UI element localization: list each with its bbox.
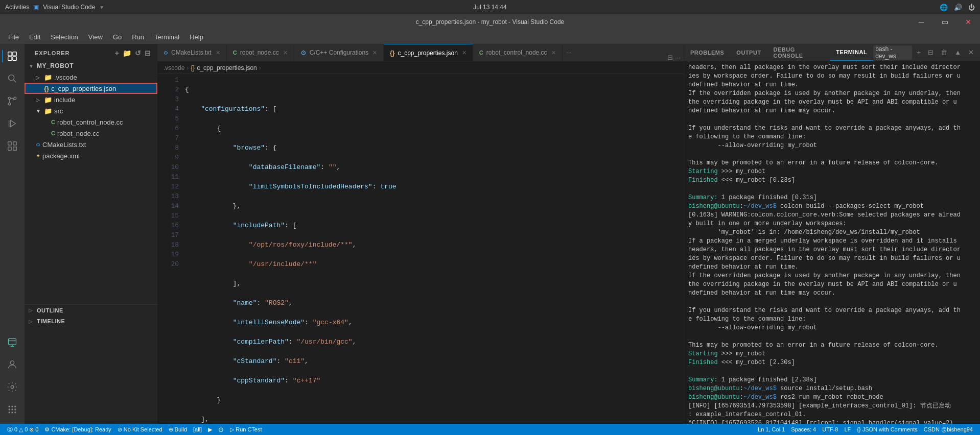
code-line-8: "includePath": [ — [183, 221, 684, 230]
tree-item-package-xml[interactable]: ✦ package.xml — [25, 150, 157, 161]
code-line-7: }, — [183, 201, 684, 211]
menu-edit[interactable]: Edit — [25, 31, 44, 43]
run-ctest-label: Run CTest — [236, 426, 262, 432]
split-editor-icon[interactable]: ⊟ — [667, 54, 673, 61]
tab-cpp-config-close[interactable]: ✕ — [372, 50, 377, 56]
tree-spacer — [25, 161, 157, 304]
status-run-ctest[interactable]: ▷ Run CTest — [227, 424, 265, 435]
tab-overflow-button[interactable]: ··· — [563, 44, 576, 61]
activity-run-debug[interactable] — [2, 113, 22, 134]
menu-help[interactable]: Help — [185, 31, 207, 43]
vscode-folder-icon: 📁 — [44, 74, 52, 81]
panel-tab-problems[interactable]: PROBLEMS — [684, 44, 730, 61]
new-folder-icon[interactable]: 📁 — [123, 49, 132, 57]
terminal-split-icon[interactable]: ⊟ — [926, 47, 936, 57]
panel-maximize-icon[interactable]: ▲ — [952, 47, 963, 57]
more-actions-icon[interactable]: ··· — [675, 54, 681, 61]
terminal-content[interactable]: headers, then all packages in the overla… — [684, 61, 980, 424]
panel-tab-output[interactable]: OUTPUT — [730, 44, 767, 61]
tree-item-c-cpp-properties[interactable]: {} c_cpp_properties.json — [25, 83, 157, 94]
close-button[interactable]: ✕ — [956, 14, 980, 30]
status-language-mode[interactable]: {} JSON with Comments — [854, 424, 921, 435]
panel-close-icon[interactable]: ✕ — [966, 47, 976, 57]
tree-root-my-robot[interactable]: ▼ MY_ROBOT — [25, 60, 157, 71]
tree-item-vscode[interactable]: ▷ 📁 .vscode — [25, 71, 157, 83]
tab-cpp-props-close[interactable]: ✕ — [462, 50, 466, 56]
code-line-18: ], — [183, 415, 684, 424]
tab-cpp-properties[interactable]: {} c_cpp_properties.json ✕ — [384, 44, 473, 61]
status-play[interactable]: ▶ — [205, 424, 215, 435]
cursor-pos-label: Ln 1, Col 1 — [758, 426, 785, 432]
system-bar: Activities ▣ Visual Studio Code ▼ Jul 13… — [0, 0, 980, 14]
activity-apps[interactable] — [2, 399, 22, 420]
tab-cmake-close[interactable]: ✕ — [216, 50, 220, 56]
status-build-target[interactable]: [all] — [190, 424, 205, 435]
status-debug[interactable]: ⊙ — [215, 424, 227, 435]
terminal-line-33: bisheng@ubuntu:~/dev_ws$ ros2 run my_rob… — [688, 393, 976, 402]
terminal-add-icon[interactable]: + — [915, 47, 923, 57]
activity-source-control[interactable] — [2, 91, 22, 111]
tab-cpp-config[interactable]: ⚙ C/C++ Configurations ✕ — [294, 44, 384, 61]
menu-go[interactable]: Go — [109, 31, 126, 43]
panel-tab-terminal[interactable]: TERMINAL — [830, 44, 873, 61]
tree-item-robot-node[interactable]: C robot_node.cc — [25, 128, 157, 139]
activity-explorer[interactable] — [2, 46, 22, 66]
network-icon[interactable]: 🌐 — [940, 4, 948, 11]
status-cursor-position[interactable]: Ln 1, Col 1 — [755, 424, 788, 435]
status-cmake[interactable]: ⚙ CMake: [Debug]: Ready — [41, 424, 114, 435]
status-user-info[interactable]: CSDN @bisheng94 — [921, 424, 976, 435]
activities-label[interactable]: Activities — [5, 4, 29, 11]
maximize-button[interactable]: ▭ — [933, 14, 956, 30]
activity-settings[interactable] — [2, 377, 22, 397]
error-count: 0 — [14, 426, 17, 432]
menu-run[interactable]: Run — [128, 31, 148, 43]
status-encoding[interactable]: UTF-8 — [819, 424, 841, 435]
menu-file[interactable]: File — [4, 31, 23, 43]
menu-terminal[interactable]: Terminal — [150, 31, 183, 43]
app-name-label[interactable]: Visual Studio Code — [43, 4, 95, 11]
tab-robot-control-icon: C — [479, 50, 483, 56]
dropdown-arrow[interactable]: ▼ — [99, 5, 104, 10]
breadcrumb-file[interactable]: c_cpp_properties.json — [197, 64, 256, 71]
tree-item-cmake[interactable]: ⚙ CMakeLists.txt — [25, 139, 157, 150]
status-build[interactable]: ⊕ Build — [166, 424, 190, 435]
new-file-icon[interactable]: + — [115, 49, 120, 57]
code-editor[interactable]: { "configurations": [ { "browse": { "dat… — [183, 74, 684, 424]
include-label: include — [54, 96, 75, 104]
activity-account[interactable] — [2, 354, 22, 375]
activity-search[interactable] — [2, 68, 22, 89]
sound-icon[interactable]: 🔊 — [954, 4, 962, 11]
tree-item-src[interactable]: ▼ 📁 src — [25, 105, 157, 116]
tree-outline-header[interactable]: ▷ OUTLINE — [25, 304, 157, 316]
tree-item-include[interactable]: ▷ 📁 include — [25, 94, 157, 105]
tab-robot-control[interactable]: C robot_control_node.cc ✕ — [473, 44, 563, 61]
activity-remote[interactable] — [2, 332, 22, 352]
terminal-line-21: ndefined behavior at run time. — [688, 263, 976, 272]
tab-robot-node-close[interactable]: ✕ — [283, 50, 288, 56]
tab-robot-control-close[interactable]: ✕ — [551, 50, 556, 56]
menu-view[interactable]: View — [84, 31, 107, 43]
power-icon[interactable]: ⏻ — [968, 4, 975, 11]
terminal-delete-icon[interactable]: 🗑 — [939, 47, 949, 57]
status-errors-warnings[interactable]: ⓪ 0 △ 0 ⊗ 0 — [4, 424, 41, 435]
panel-tab-debug-console[interactable]: DEBUG CONSOLE — [767, 44, 830, 61]
root-arrow: ▼ — [29, 63, 36, 69]
activity-extensions[interactable] — [2, 136, 22, 156]
line-num-16: 16 — [157, 221, 179, 230]
minimize-button[interactable]: ─ — [909, 14, 933, 30]
include-arrow: ▷ — [36, 97, 43, 103]
status-no-kit[interactable]: ⊘ No Kit Selected — [114, 424, 166, 435]
collapse-icon[interactable]: ⊟ — [145, 49, 151, 57]
tab-cmakelists[interactable]: ⚙ CMakeLists.txt ✕ — [157, 44, 227, 61]
line-num-2: 2 — [157, 85, 179, 94]
breadcrumb-vscode[interactable]: .vscode — [164, 64, 184, 71]
tab-robot-node[interactable]: C robot_node.cc ✕ — [227, 44, 294, 61]
status-line-ending[interactable]: LF — [841, 424, 854, 435]
status-spaces[interactable]: Spaces: 4 — [788, 424, 819, 435]
tree-item-robot-control[interactable]: C robot_control_node.cc — [25, 116, 157, 128]
refresh-icon[interactable]: ↺ — [135, 49, 142, 57]
menu-selection[interactable]: Selection — [46, 31, 82, 43]
svg-rect-1 — [13, 52, 16, 56]
tree-timeline-header[interactable]: ▷ TIMELINE — [25, 316, 157, 327]
editor-content[interactable]: 1 2 3 4 5 6 7 8 9 10 11 12 13 14 15 16 1… — [157, 74, 684, 424]
